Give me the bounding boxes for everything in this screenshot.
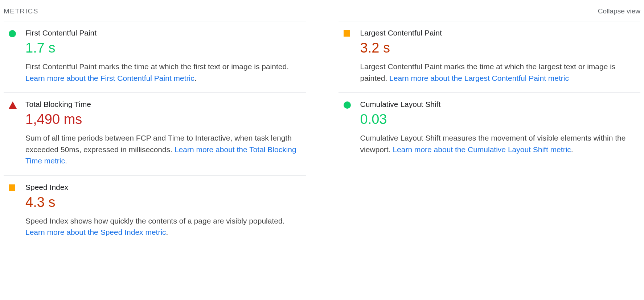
square-average-icon: [9, 184, 15, 191]
metrics-column-left: First Contentful Paint1.7 sFirst Content…: [4, 21, 306, 247]
metric-description: Largest Contentful Paint marks the time …: [360, 61, 641, 84]
metric-value: 1.7 s: [25, 40, 306, 56]
metric-description: Speed Index shows how quickly the conten…: [25, 215, 306, 238]
circle-good-icon: [344, 101, 351, 109]
triangle-poor-icon: [9, 101, 17, 109]
learn-more-link[interactable]: Learn more about the Cumulative Layout S…: [393, 145, 571, 154]
metric-title: First Contentful Paint: [25, 29, 306, 37]
metric-si: Speed Index4.3 sSpeed Index shows how qu…: [4, 175, 306, 247]
metric-title: Largest Contentful Paint: [360, 29, 641, 37]
metric-title: Speed Index: [25, 183, 306, 192]
metric-description: Sum of all time periods between FCP and …: [25, 132, 306, 167]
metric-tbt: Total Blocking Time1,490 msSum of all ti…: [4, 92, 306, 175]
metric-fcp: First Contentful Paint1.7 sFirst Content…: [4, 21, 306, 92]
learn-more-link[interactable]: Learn more about the Speed Index metric: [25, 228, 166, 236]
metric-description: Cumulative Layout Shift measures the mov…: [360, 132, 641, 155]
metric-description: First Contentful Paint marks the time at…: [25, 61, 306, 84]
learn-more-link[interactable]: Learn more about the Largest Contentful …: [389, 74, 569, 82]
metric-value: 3.2 s: [360, 40, 641, 56]
square-average-icon: [344, 30, 350, 37]
metric-lcp: Largest Contentful Paint3.2 sLargest Con…: [339, 21, 641, 92]
collapse-view-button[interactable]: Collapse view: [598, 7, 640, 15]
metrics-grid: First Contentful Paint1.7 sFirst Content…: [4, 21, 640, 247]
metric-value: 0.03: [360, 112, 641, 127]
section-title: METRICS: [4, 7, 38, 15]
metrics-column-right: Largest Contentful Paint3.2 sLargest Con…: [339, 21, 641, 247]
metric-title: Total Blocking Time: [25, 100, 306, 109]
learn-more-link[interactable]: Learn more about the First Contentful Pa…: [25, 74, 194, 82]
metrics-header: METRICS Collapse view: [4, 4, 640, 21]
metric-title: Cumulative Layout Shift: [360, 100, 641, 109]
circle-good-icon: [9, 30, 16, 37]
metric-cls: Cumulative Layout Shift0.03Cumulative La…: [339, 92, 641, 164]
metric-value: 1,490 ms: [25, 112, 306, 127]
metric-value: 4.3 s: [25, 195, 306, 210]
